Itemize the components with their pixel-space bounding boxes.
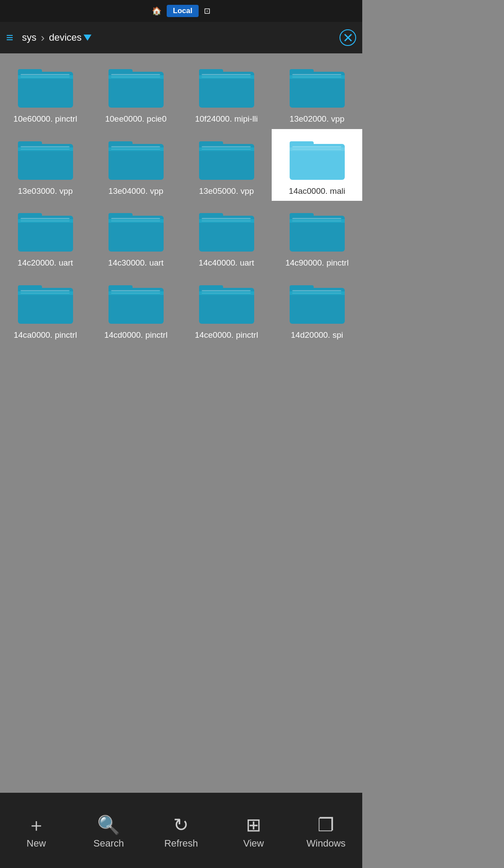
menu-icon[interactable]: ≡ [6,31,13,45]
svg-rect-58 [292,218,341,219]
breadcrumb-sys[interactable]: sys [22,32,36,43]
svg-rect-64 [21,293,70,294]
file-item[interactable] [272,345,362,356]
svg-rect-23 [21,146,70,147]
svg-rect-8 [111,74,160,75]
file-item[interactable]: 10f24000. mipi-lli [181,57,272,129]
svg-rect-38 [292,146,341,147]
folder-icon [17,207,74,254]
file-grid: 10e60000. pinctrl 10ee0000. pcie0 10f240… [0,53,362,359]
windows-icon: ❐ [318,816,334,834]
close-icon: ✕ [343,30,354,46]
svg-rect-19 [292,77,341,77]
refresh-button[interactable]: ↻ Refresh [145,812,217,849]
svg-rect-69 [111,293,160,294]
svg-rect-14 [202,77,251,77]
svg-rect-24 [21,149,70,150]
breadcrumb-devices[interactable]: devices [49,32,82,43]
svg-rect-54 [202,220,251,221]
file-label: 14c30000. uart [108,258,164,269]
svg-rect-49 [111,220,160,221]
svg-rect-43 [21,218,70,219]
new-label: New [27,838,46,849]
svg-rect-63 [21,290,70,291]
file-item[interactable]: 13e04000. vpp [91,129,181,201]
file-label: 13e04000. vpp [108,186,164,197]
folder-icon [108,63,164,110]
file-item[interactable]: 14c90000. pinctrl [272,201,362,273]
svg-rect-3 [21,74,70,75]
file-item[interactable] [91,345,181,356]
svg-rect-4 [21,77,70,77]
file-label: 10ee0000. pcie0 [105,114,167,125]
file-item[interactable]: 13e03000. vpp [0,129,91,201]
svg-rect-53 [202,218,251,219]
svg-rect-44 [21,220,70,221]
file-item[interactable]: 10e60000. pinctrl [0,57,91,129]
file-item[interactable]: 14d20000. spi [272,273,362,345]
search-label: Search [94,838,124,849]
svg-rect-74 [202,293,251,294]
folder-icon [108,207,164,254]
dropdown-arrow-icon[interactable] [84,35,91,41]
windows-button[interactable]: ❐ Windows [290,812,362,849]
folder-icon [198,207,255,254]
svg-rect-29 [111,149,160,150]
search-button[interactable]: 🔍 Search [73,812,145,849]
svg-rect-39 [292,149,341,150]
file-item[interactable]: 10ee0000. pcie0 [91,57,181,129]
folder-icon [17,63,74,110]
folder-icon [198,135,255,182]
svg-rect-68 [111,290,160,291]
svg-rect-78 [292,290,341,291]
file-label: 10e60000. pinctrl [14,114,77,125]
close-button[interactable]: ✕ [340,29,356,46]
file-item[interactable]: 14c20000. uart [0,201,91,273]
svg-rect-48 [111,218,160,219]
grid-icon: ⊞ [246,816,261,834]
svg-rect-28 [111,146,160,147]
new-button[interactable]: ＋ New [0,812,73,849]
refresh-icon: ↻ [173,816,189,834]
file-label: 14cd0000. pinctrl [104,330,168,341]
file-item[interactable]: 14ce0000. pinctrl [181,273,272,345]
folder-icon [108,135,164,182]
file-label: 13e05000. vpp [199,186,254,197]
svg-rect-59 [292,220,341,221]
svg-rect-9 [111,77,160,77]
folder-icon [198,279,255,326]
file-label: 13e03000. vpp [18,186,73,197]
file-item[interactable]: 14cd0000. pinctrl [91,273,181,345]
svg-rect-34 [202,149,251,150]
breadcrumb-arrow: › [41,31,45,45]
file-label: 14c20000. uart [18,258,73,269]
file-item[interactable]: 14c30000. uart [91,201,181,273]
windows-label: Windows [307,838,346,849]
file-item[interactable]: 14ca0000. pinctrl [0,273,91,345]
folder-icon [198,63,255,110]
file-label: 14ca0000. pinctrl [14,330,77,341]
svg-rect-18 [292,74,341,75]
folder-icon [108,279,164,326]
view-button[interactable]: ⊞ View [217,812,290,849]
svg-rect-13 [202,74,251,75]
file-label: 14c40000. uart [199,258,254,269]
file-label: 14d20000. spi [291,330,343,341]
home-icon: 🏠 [152,6,161,16]
file-label: 14ac0000. mali [289,186,345,197]
file-label: 14ce0000. pinctrl [195,330,258,341]
folder-icon [289,63,346,110]
file-item[interactable]: 14c40000. uart [181,201,272,273]
file-item[interactable]: 13e05000. vpp [181,129,272,201]
svg-rect-79 [292,293,341,294]
file-item[interactable]: 14ac0000. mali [272,129,362,201]
local-tab[interactable]: Local [167,5,198,17]
breadcrumb: sys › devices [22,31,332,45]
folder-icon [289,207,346,254]
status-bar: 🏠 Local ⊡ [0,0,362,22]
svg-rect-33 [202,146,251,147]
file-item[interactable]: 13e02000. vpp [272,57,362,129]
file-item[interactable] [0,345,91,356]
file-item[interactable] [181,345,272,356]
svg-rect-73 [202,290,251,291]
